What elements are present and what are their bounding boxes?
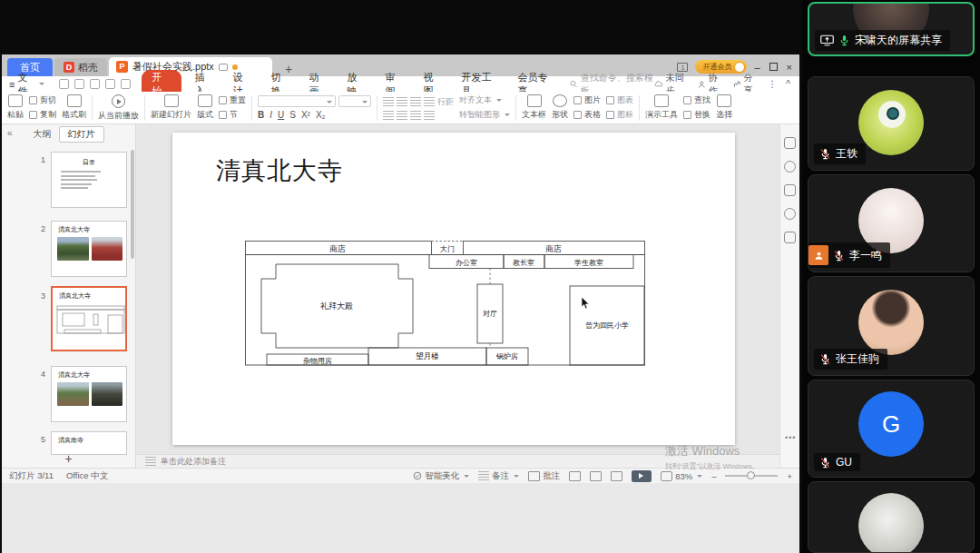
subscript-button[interactable]: X₂ — [316, 110, 326, 120]
slide-number: 5 — [33, 435, 45, 444]
redo-icon[interactable] — [121, 79, 131, 89]
slide-thumbnail-4[interactable]: 清真北大寺 — [51, 366, 127, 422]
print-preview-icon[interactable] — [90, 79, 100, 89]
history-clock-icon[interactable] — [784, 208, 796, 220]
align-right-icon[interactable] — [410, 111, 421, 120]
bullet-list-icon[interactable] — [383, 97, 394, 106]
beautify-star-icon[interactable] — [784, 161, 796, 173]
picture-label: 图片 — [584, 94, 601, 106]
participant-tile[interactable]: 李一鸣 — [808, 174, 975, 272]
zoom-slider-knob[interactable] — [747, 471, 755, 479]
present-tools-button[interactable]: 演示工具 — [645, 94, 678, 121]
new-slide-button[interactable]: 新建幻灯片 — [151, 94, 191, 121]
copy-button[interactable]: 复制 — [29, 109, 56, 121]
mouse-cursor — [581, 297, 591, 310]
window-switch-icon[interactable]: 1 — [677, 63, 688, 72]
increase-indent-icon[interactable] — [424, 97, 435, 106]
diagram-label-gate[interactable]: 大门 — [440, 245, 455, 253]
zoom-level[interactable]: 83% — [661, 471, 702, 481]
replace-button[interactable]: 替换 — [683, 109, 710, 121]
slide-layout-button[interactable]: 版式 — [197, 94, 213, 121]
slide-canvas: 清真北大寺 — [136, 124, 779, 454]
play-from-current-button[interactable]: 从当前播放 — [98, 94, 139, 122]
notes-toggle-button[interactable]: 备注 — [478, 470, 519, 482]
avatar-gu: G — [858, 391, 924, 457]
save-icon[interactable] — [59, 79, 69, 89]
participant-name: 张王佳驹 — [836, 351, 879, 367]
text-box-button[interactable]: 文本框 — [522, 94, 546, 121]
add-slide-button[interactable]: + — [2, 451, 135, 466]
format-painter-label: 格式刷 — [62, 109, 86, 121]
slide-thumbnail-1[interactable]: 目录 — [51, 152, 127, 208]
properties-icon[interactable] — [784, 137, 796, 149]
italic-button[interactable]: I — [270, 110, 272, 120]
more-menu-icon[interactable]: ⋮ — [768, 79, 777, 89]
numbered-list-icon[interactable] — [397, 97, 407, 106]
superscript-button[interactable]: X² — [301, 110, 310, 120]
panel-tab-outline[interactable]: 大纲 — [34, 128, 52, 141]
strikethrough-button[interactable]: S — [289, 110, 296, 120]
normal-view-button[interactable] — [569, 471, 581, 481]
slide-thumbnail-3-selected[interactable]: 清真北大寺 — [51, 286, 127, 351]
decrease-indent-icon[interactable] — [410, 97, 421, 106]
slideshow-play-button[interactable] — [632, 470, 652, 482]
slide-thumbnail-2[interactable]: 清真北大寺 — [51, 221, 127, 277]
language-indicator[interactable]: Office 中文 — [66, 470, 108, 482]
font-size-select[interactable] — [338, 95, 371, 107]
shape-button[interactable]: 形状 — [552, 94, 568, 121]
reset-label: 重置 — [230, 94, 246, 106]
media-library-icon[interactable] — [784, 232, 796, 243]
diagram-label-prayer-hall: 礼拜大殿 — [320, 301, 353, 311]
print-icon[interactable] — [74, 79, 84, 89]
collapse-ribbon-icon[interactable]: ^ — [786, 79, 790, 89]
undo-icon[interactable] — [105, 79, 115, 89]
table-button[interactable]: 表格 — [573, 109, 601, 121]
participant-name: 王轶 — [836, 146, 858, 162]
section-button[interactable]: 节 — [219, 109, 246, 121]
line-spacing-button[interactable]: 行距 — [437, 96, 454, 108]
font-family-select[interactable] — [258, 95, 336, 107]
select-button[interactable]: 选择 — [716, 94, 732, 121]
justify-icon[interactable] — [424, 111, 435, 120]
align-center-icon[interactable] — [397, 111, 407, 120]
reading-view-button[interactable] — [611, 471, 622, 481]
format-painter-icon — [67, 94, 82, 107]
shape-label: 形状 — [552, 109, 568, 121]
format-painter-button[interactable]: 格式刷 — [62, 94, 86, 121]
icon-library-button[interactable]: 图标 — [606, 109, 633, 121]
tab-docer[interactable]: D 稻壳 — [54, 58, 107, 76]
smart-beautify-button[interactable]: 智能美化 — [413, 470, 469, 482]
panel-scrollbar[interactable] — [131, 150, 134, 259]
chart-label: 图表 — [617, 94, 633, 106]
participant-tile[interactable]: 张王佳驹 — [808, 276, 975, 376]
zoom-out-button[interactable]: – — [711, 471, 716, 481]
cut-button[interactable]: 剪切 — [29, 94, 56, 106]
chart-button[interactable]: 图表 — [606, 94, 633, 106]
current-slide[interactable]: 清真北大寺 — [172, 133, 735, 445]
paste-button[interactable]: 粘贴 — [7, 94, 24, 121]
participant-tile-partial[interactable] — [808, 481, 975, 553]
bold-button[interactable]: B — [258, 110, 264, 120]
zoom-in-button[interactable]: + — [787, 471, 792, 481]
diagram-label-moon-tower: 望月楼 — [416, 351, 439, 360]
reset-button[interactable]: 重置 — [219, 94, 246, 106]
align-text-button[interactable]: 对齐文本 — [459, 94, 510, 106]
comments-button[interactable]: 批注 — [528, 470, 560, 482]
align-left-icon[interactable] — [383, 111, 394, 120]
smart-graphic-button[interactable]: 转智能图形 — [459, 109, 510, 121]
slide-title[interactable]: 清真北大寺 — [216, 154, 343, 187]
participant-tile-sharing[interactable]: 宋啸天的屏幕共享 — [808, 2, 975, 56]
participant-tile[interactable]: 王轶 — [808, 76, 975, 171]
thumb-title: 目录 — [52, 153, 126, 167]
restore-button[interactable] — [769, 63, 778, 71]
panel-tab-slides[interactable]: 幻灯片 — [59, 126, 104, 143]
picture-button[interactable]: 图片 — [573, 94, 601, 106]
more-tools-icon[interactable]: ••• — [785, 433, 796, 442]
underline-button[interactable]: U — [278, 110, 284, 120]
zoom-slider[interactable] — [725, 475, 778, 477]
layers-icon[interactable] — [784, 184, 796, 196]
participant-tile[interactable]: G GU — [808, 380, 975, 478]
layout-label: 版式 — [197, 109, 213, 121]
find-button[interactable]: 查找 — [683, 94, 710, 106]
slide-sorter-view-button[interactable] — [590, 471, 602, 481]
